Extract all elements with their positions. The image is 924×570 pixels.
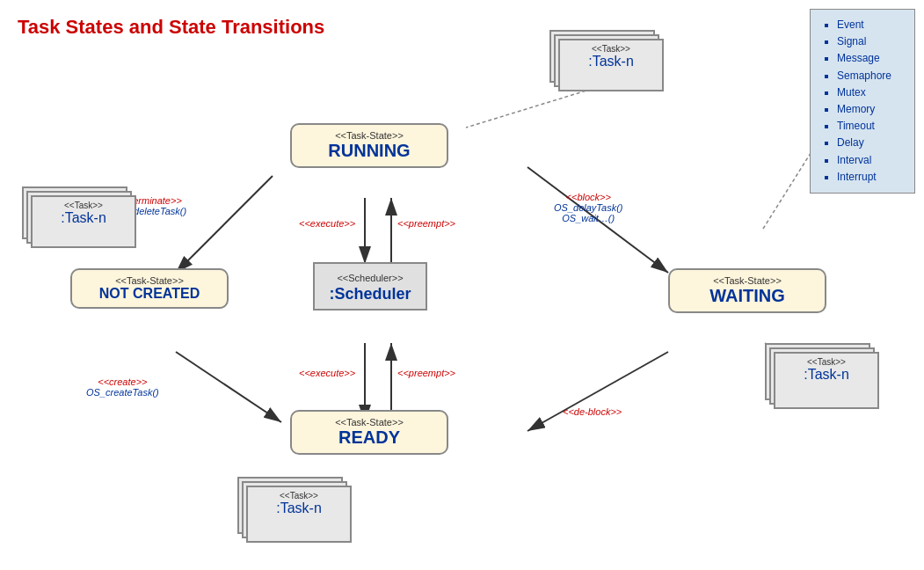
create-label: <<create>> OS_createTask() xyxy=(86,376,159,398)
legend-item-timeout: Timeout xyxy=(837,118,902,135)
running-state: <<Task-State>> RUNNING xyxy=(290,123,448,168)
left-task-stack: <<Task>> :Task-n xyxy=(31,195,136,248)
ready-state: <<Task-State>> READY xyxy=(290,410,448,455)
preempt-bottom-label: <<preempt>> xyxy=(397,368,455,378)
execute-top-label: <<execute>> xyxy=(299,218,355,229)
top-task-stack: <<Task>> :Task-n xyxy=(558,39,664,91)
legend-item-event: Event xyxy=(837,17,902,33)
execute-bottom-label: <<execute>> xyxy=(299,368,355,378)
legend-item-semaphore: Semaphore xyxy=(837,68,902,84)
not-created-state: <<Task-State>> NOT CREATED xyxy=(70,268,229,309)
legend-list: Event Signal Message Semaphore Mutex Mem… xyxy=(823,17,902,186)
left-task-box: <<Task>> :Task-n xyxy=(31,195,136,248)
top-task-box: <<Task>> :Task-n xyxy=(558,39,664,91)
legend-item-signal: Signal xyxy=(837,33,902,50)
svg-line-9 xyxy=(176,352,281,422)
legend-item-message: Message xyxy=(837,50,902,67)
scheduler-box: <<Scheduler>> :Scheduler xyxy=(313,262,427,311)
svg-line-7 xyxy=(527,352,668,431)
legend-item-memory: Memory xyxy=(837,101,902,118)
page-title: Task States and State Transitions xyxy=(18,16,324,39)
waiting-state: <<Task-State>> WAITING xyxy=(668,268,826,313)
legend-item-interval: Interval xyxy=(837,152,902,169)
right-task-stack: <<Task>> :Task-n xyxy=(774,352,879,409)
preempt-top-label: <<preempt>> xyxy=(397,218,455,229)
legend-box: Event Signal Message Semaphore Mutex Mem… xyxy=(810,9,915,194)
legend-item-mutex: Mutex xyxy=(837,84,902,101)
bottom-task-stack: <<Task>> :Task-n xyxy=(246,486,352,543)
bottom-task-box: <<Task>> :Task-n xyxy=(246,486,352,543)
deblock-label: <<de-block>> xyxy=(563,406,622,417)
legend-item-interrupt: Interrupt xyxy=(837,169,902,186)
legend-item-delay: Delay xyxy=(837,135,902,151)
svg-line-6 xyxy=(527,167,668,273)
block-label: <<block>> OS_delayTask() OS_wait…() xyxy=(554,192,622,223)
svg-line-8 xyxy=(176,176,273,273)
right-task-box: <<Task>> :Task-n xyxy=(774,352,879,409)
